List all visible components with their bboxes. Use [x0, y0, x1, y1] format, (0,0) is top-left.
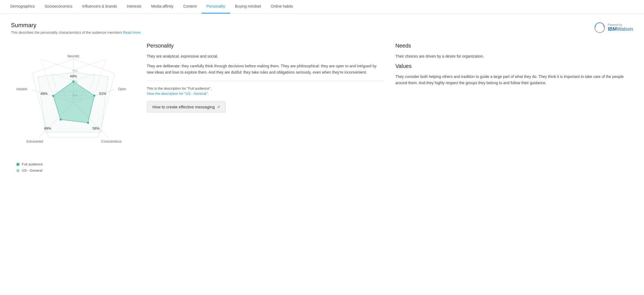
radar-chart: 25% 50% 75% [16, 43, 130, 157]
nav-item-interests[interactable]: Interests [122, 0, 146, 14]
external-link-icon: ↗ [217, 105, 220, 109]
legend-label-full-audience: Full audience [22, 162, 43, 166]
legend-full-audience: Full audience [16, 162, 136, 166]
legend-dot-us-general [16, 169, 20, 172]
needs-column: Needs Their choices are driven by a desi… [395, 43, 633, 175]
values-text: They consider both helping others and tr… [395, 74, 633, 86]
watson-logo: Powered by IBMWatson [594, 22, 633, 34]
label-conscientious: Conscientious [101, 140, 121, 143]
ibm-watson-label: IBMWatson [608, 26, 633, 32]
personality-heading: Personality [147, 43, 384, 49]
view-us-general-link[interactable]: View the description for "US - General". [147, 92, 384, 96]
label-neurotic: Neurotic [67, 54, 80, 58]
label-open: Open [118, 87, 126, 91]
divider-line [147, 81, 384, 81]
personality-column: Personality They are analytical, express… [147, 43, 384, 175]
value-agreeable: 48% [40, 92, 48, 96]
legend-us-general: US - General [16, 168, 136, 172]
dot-neurotic [72, 80, 74, 83]
dot-open [93, 95, 95, 97]
value-conscientious: 58% [92, 126, 99, 130]
nav-item-socioeconomics[interactable]: Socioeconomics [40, 0, 77, 14]
radar-section: 25% 50% 75% [11, 43, 136, 175]
needs-heading: Needs [395, 43, 633, 49]
nav-item-personality[interactable]: Personality [202, 0, 230, 14]
nav-item-media-affinity[interactable]: Media affinity [146, 0, 178, 14]
label-extraverted: Extraverted [26, 140, 43, 143]
body-layout: 25% 50% 75% [11, 43, 633, 175]
personality-text1: They are analytical, expressive and soci… [147, 53, 384, 59]
full-audience-note: This is the description for "Full audien… [147, 86, 384, 90]
summary-section: Summary This describes the personality c… [11, 22, 633, 34]
value-extraverted: 49% [44, 126, 51, 130]
main-content: Summary This describes the personality c… [0, 14, 644, 183]
summary-description: This describes the personality character… [11, 30, 140, 34]
nav-item-influencers[interactable]: Influencers & brands [77, 0, 122, 14]
right-panel: Personality They are analytical, express… [147, 43, 633, 175]
powered-by-label: Powered by [608, 23, 633, 26]
dot-conscientious [87, 122, 89, 124]
messaging-button-label: How to create effective messaging [152, 105, 215, 109]
messaging-button[interactable]: How to create effective messaging ↗ [147, 101, 226, 113]
dot-extraverted [60, 118, 62, 121]
nav-item-online-habits[interactable]: Online habits [266, 0, 298, 14]
chart-legend: Full audience US - General [11, 162, 136, 172]
summary-title: Summary [11, 22, 140, 29]
read-more-link[interactable]: Read more [123, 30, 140, 34]
label-agreeable: Agreeable [16, 87, 27, 91]
summary-text-block: Summary This describes the personality c… [11, 22, 140, 34]
legend-label-us-general: US - General [22, 168, 42, 172]
watson-text-block: Powered by IBMWatson [608, 23, 633, 32]
nav-item-demographics[interactable]: Demographics [5, 0, 40, 14]
legend-dot-full-audience [16, 163, 20, 166]
dot-agreeable [52, 95, 54, 97]
nav-item-content[interactable]: Content [179, 0, 202, 14]
needs-text1: Their choices are driven by a desire for… [395, 53, 633, 59]
value-open: 51% [99, 92, 106, 96]
nav-item-buying-mindset[interactable]: Buying mindset [230, 0, 266, 14]
nav-bar: Demographics Socioeconomics Influencers … [0, 0, 644, 14]
grid-label-75: 75% [72, 70, 78, 73]
personality-text2: They are deliberate: they carefully thin… [147, 63, 384, 75]
values-heading: Values [395, 63, 633, 69]
value-neurotic: 48% [70, 74, 77, 78]
radar-svg: 25% 50% 75% [16, 43, 130, 157]
watson-circle-icon [594, 22, 606, 34]
